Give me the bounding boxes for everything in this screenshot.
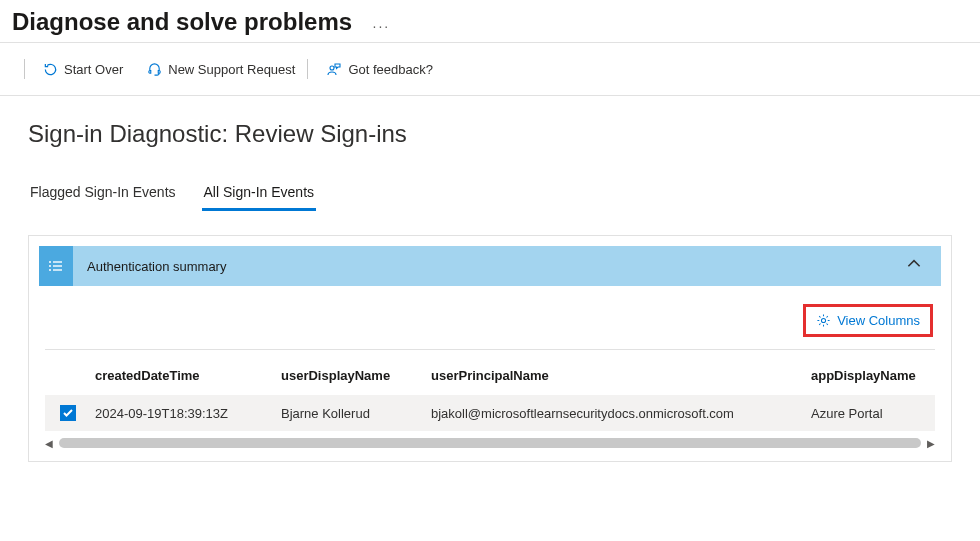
section-title: Sign-in Diagnostic: Review Sign-ins (28, 120, 952, 148)
more-icon[interactable]: ··· (373, 18, 391, 34)
page-header: Diagnose and solve problems ··· (0, 0, 980, 43)
feedback-label: Got feedback? (348, 62, 433, 77)
col-app[interactable]: appDisplayName (811, 368, 935, 383)
col-upn[interactable]: userPrincipalName (431, 368, 811, 383)
check-icon (62, 407, 74, 419)
refresh-icon (43, 62, 58, 77)
table-header: createdDateTime userDisplayName userPrin… (45, 350, 935, 395)
headset-icon (147, 62, 162, 77)
command-bar: Start Over New Support Request Got feedb… (0, 43, 980, 96)
start-over-label: Start Over (64, 62, 123, 77)
person-feedback-icon (326, 61, 342, 77)
divider (24, 59, 25, 79)
cell-upn: bjakoll@microsoftlearnsecuritydocs.onmic… (431, 406, 811, 421)
scroll-right-icon[interactable]: ▶ (927, 438, 935, 449)
list-icon (39, 246, 73, 286)
tab-all[interactable]: All Sign-In Events (202, 180, 317, 211)
divider (307, 59, 308, 79)
summary-label: Authentication summary (87, 259, 905, 274)
feedback-button[interactable]: Got feedback? (314, 57, 445, 81)
view-columns-label: View Columns (837, 313, 920, 328)
tab-bar: Flagged Sign-In Events All Sign-In Event… (28, 180, 952, 211)
chevron-up-icon[interactable] (905, 255, 923, 277)
cell-created: 2024-09-19T18:39:13Z (91, 406, 281, 421)
cell-user: Bjarne Kollerud (281, 406, 431, 421)
results-panel: Authentication summary View Columns crea… (28, 235, 952, 462)
tab-flagged[interactable]: Flagged Sign-In Events (28, 180, 178, 211)
col-created[interactable]: createdDateTime (91, 368, 281, 383)
horizontal-scrollbar[interactable]: ◀ ▶ (45, 435, 935, 451)
gear-icon (816, 313, 831, 328)
cell-app: Azure Portal (811, 406, 935, 421)
table-row[interactable]: 2024-09-19T18:39:13Z Bjarne Kollerud bja… (45, 395, 935, 431)
content-area: Sign-in Diagnostic: Review Sign-ins Flag… (0, 96, 980, 486)
summary-header[interactable]: Authentication summary (39, 246, 941, 286)
scroll-track[interactable] (59, 438, 921, 448)
row-checkbox[interactable] (60, 405, 76, 421)
col-user[interactable]: userDisplayName (281, 368, 431, 383)
table-actions-row: View Columns (45, 298, 935, 350)
new-support-label: New Support Request (168, 62, 295, 77)
start-over-button[interactable]: Start Over (31, 58, 135, 81)
signins-table: createdDateTime userDisplayName userPrin… (45, 350, 935, 431)
svg-point-6 (822, 318, 826, 322)
new-support-button[interactable]: New Support Request (135, 58, 307, 81)
page-title: Diagnose and solve problems (12, 8, 352, 36)
scroll-left-icon[interactable]: ◀ (45, 438, 53, 449)
view-columns-button[interactable]: View Columns (803, 304, 933, 337)
